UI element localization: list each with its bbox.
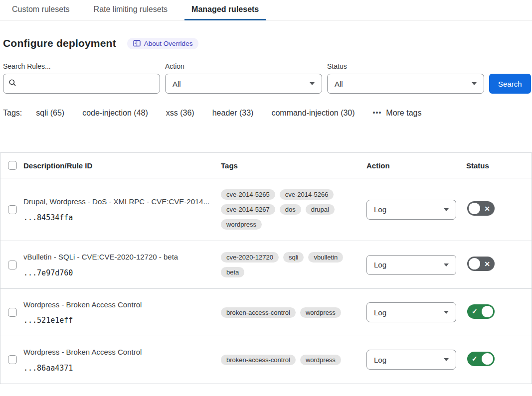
rule-action-select[interactable]: Log [366, 302, 456, 322]
rule-tags: cve-2020-12720sqlivbulletinbeta [221, 252, 360, 277]
action-filter-select[interactable]: All [165, 74, 322, 94]
toggle-state-icon: ✓ [472, 355, 478, 363]
rule-status-toggle[interactable]: ✕ [467, 257, 495, 271]
rule-description: Wordpress - Broken Access Control [23, 300, 213, 310]
action-filter-label: Action [165, 62, 322, 70]
rules-table: Description/Rule ID Tags Action Status D… [0, 152, 532, 384]
rule-action-select[interactable]: Log [366, 200, 456, 220]
search-field: Search Rules... [3, 62, 160, 94]
column-header-status: Status [466, 161, 532, 170]
more-tags-label: More tags [386, 109, 421, 118]
row-checkbox[interactable] [8, 205, 17, 214]
tags-label: Tags: [3, 109, 22, 118]
rule-action-value: Log [374, 205, 386, 214]
rule-description: vBulletin - SQLi - CVE:CVE-2020-12720 - … [23, 252, 213, 262]
tag-pill: dos [280, 204, 301, 215]
rule-status-toggle[interactable]: ✓ [467, 352, 495, 366]
status-filter-field: Status All [327, 62, 484, 94]
tag-pill: broken-access-control [221, 307, 296, 318]
toggle-knob [482, 306, 493, 317]
rule-action-select[interactable]: Log [366, 255, 456, 275]
tab-custom-rulesets[interactable]: Custom rulesets [5, 0, 77, 20]
rule-id: ...521e1eff [23, 316, 213, 325]
tag-pill: drupal [306, 204, 335, 215]
toggle-knob [469, 258, 480, 269]
table-row: Wordpress - Broken Access Control ...86a… [0, 336, 532, 384]
row-checkbox[interactable] [8, 308, 17, 317]
search-label: Search Rules... [3, 62, 160, 70]
tag-pill: sqli [283, 252, 304, 263]
ellipsis-icon: ••• [373, 109, 382, 117]
chevron-down-icon [310, 82, 315, 85]
row-checkbox[interactable] [8, 261, 17, 269]
tag-pill: vbulletin [308, 252, 343, 263]
ruleset-tabs: Custom rulesets Rate limiting rulesets M… [0, 0, 532, 20]
tag-filter-link[interactable]: sqli (65) [36, 109, 64, 117]
chevron-down-icon [444, 264, 449, 266]
status-filter-value: All [335, 80, 343, 88]
rule-id: ...7e97d760 [23, 268, 213, 277]
managed-rulesets-page: Custom rulesets Rate limiting rulesets M… [0, 0, 532, 384]
table-header-row: Description/Rule ID Tags Action Status [0, 153, 532, 178]
search-input-wrap[interactable] [3, 74, 160, 94]
tag-pill: broken-access-control [221, 355, 296, 365]
about-overrides-link[interactable]: About Overrides [127, 38, 199, 49]
search-button[interactable]: Search [489, 74, 531, 94]
rule-description: Drupal, Wordpress - DoS - XMLRPC - CVE:C… [23, 197, 213, 207]
rule-tags: broken-access-controlwordpress [221, 307, 360, 318]
rule-description: Wordpress - Broken Access Control [23, 347, 213, 357]
action-filter-value: All [173, 80, 181, 88]
column-header-tags: Tags [221, 161, 366, 170]
rule-action-value: Log [374, 261, 386, 269]
tag-pill: beta [221, 267, 244, 277]
chevron-down-icon [444, 358, 449, 361]
chevron-down-icon [444, 208, 449, 211]
tag-pill: cve-2020-12720 [221, 252, 279, 263]
chevron-down-icon [444, 311, 449, 314]
rule-tags: broken-access-controlwordpress [221, 355, 360, 365]
tag-filter-link[interactable]: command-injection (30) [271, 109, 355, 117]
status-filter-label: Status [327, 62, 484, 70]
tab-rate-limiting-rulesets[interactable]: Rate limiting rulesets [87, 0, 175, 20]
tab-managed-rulesets[interactable]: Managed rulesets [184, 0, 266, 20]
tag-filter-link[interactable]: header (33) [212, 109, 254, 117]
tags-row: Tags: sqli (65)code-injection (48)xss (3… [3, 109, 529, 118]
tag-filter-link[interactable]: xss (36) [166, 109, 194, 117]
rule-action-select[interactable]: Log [366, 350, 456, 370]
book-icon [133, 40, 141, 47]
tag-pill: cve-2014-5266 [280, 189, 334, 200]
table-row: Drupal, Wordpress - DoS - XMLRPC - CVE:C… [0, 178, 532, 241]
column-header-action: Action [366, 161, 466, 170]
toggle-state-icon: ✕ [484, 260, 490, 267]
filter-bar: Search Rules... Action All Status [3, 62, 529, 94]
heading-row: Configure deployment About Overrides [3, 37, 532, 49]
tag-pill: wordpress [221, 219, 262, 230]
rule-status-toggle[interactable]: ✕ [467, 201, 495, 216]
tag-pill: cve-2014-5265 [221, 189, 275, 200]
page-title: Configure deployment [3, 37, 116, 49]
rule-action-value: Log [374, 356, 386, 364]
tag-filter-link[interactable]: code-injection (48) [82, 109, 148, 117]
rule-status-toggle[interactable]: ✓ [467, 304, 495, 319]
tag-pill: cve-2014-5267 [221, 204, 275, 215]
toggle-state-icon: ✕ [484, 204, 490, 212]
chevron-down-icon [472, 82, 477, 85]
status-filter-select[interactable]: All [327, 74, 484, 94]
toggle-knob [469, 203, 480, 214]
toggle-state-icon: ✓ [472, 307, 478, 315]
toggle-knob [482, 353, 493, 365]
more-tags-button[interactable]: ••• More tags [373, 109, 422, 118]
tag-pill: wordpress [300, 307, 341, 318]
table-row: vBulletin - SQLi - CVE:CVE-2020-12720 - … [0, 241, 532, 289]
select-all-checkbox[interactable] [8, 161, 17, 170]
rule-id: ...86aa4371 [23, 364, 213, 373]
rule-id: ...84534ffa [23, 213, 213, 222]
search-input[interactable] [20, 80, 155, 88]
search-icon [8, 79, 16, 89]
action-filter-field: Action All [165, 62, 322, 94]
table-body: Drupal, Wordpress - DoS - XMLRPC - CVE:C… [0, 178, 532, 384]
row-checkbox[interactable] [8, 355, 17, 364]
table-row: Wordpress - Broken Access Control ...521… [0, 289, 532, 336]
tag-pill: wordpress [300, 355, 341, 365]
tag-links: sqli (65)code-injection (48)xss (36)head… [36, 109, 372, 118]
